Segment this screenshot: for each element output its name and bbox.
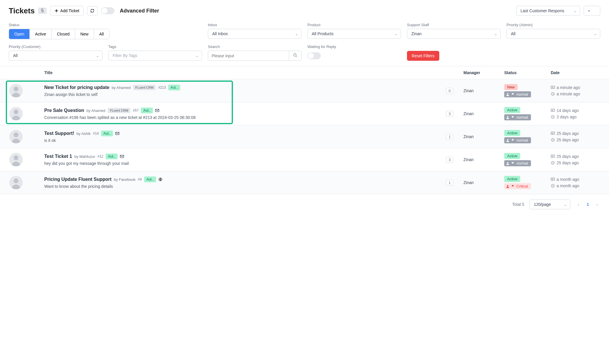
ticket-hash: #4 [138, 177, 142, 181]
ticket-author: by Mahfuzur [74, 154, 95, 159]
svg-point-7 [14, 110, 18, 114]
aut-tag: Aut.. [141, 108, 153, 113]
manager-cell: Zinan [463, 88, 504, 93]
staff-filter-label: Support Staff [407, 23, 501, 27]
avatar [9, 130, 23, 143]
table-row[interactable]: New Ticket for pricing updateby AhamedFL… [0, 79, 609, 102]
reply-count: 3 [446, 157, 453, 163]
tags-select-placeholder: Filter By Tags [113, 53, 137, 58]
priority-badge: normal [504, 137, 531, 143]
status-filter-label: Status [9, 23, 202, 27]
avatar [9, 153, 23, 166]
ticket-preview: is it ok [44, 138, 446, 143]
pager-next-button[interactable]: › [594, 201, 600, 208]
chevron-down-icon: ⌄ [394, 31, 398, 36]
status-open-button[interactable]: Open [9, 29, 30, 39]
priority-customer-select-value: All [13, 53, 18, 58]
advanced-filter-toggle[interactable] [101, 7, 114, 14]
search-button[interactable] [289, 51, 302, 61]
reset-filters-button[interactable]: Reset Filters [407, 51, 439, 61]
last-reply-date: a month ago [557, 177, 579, 182]
svg-point-9 [507, 116, 509, 117]
priority-badge: normal [504, 91, 531, 97]
ticket-preview: Want to know about the pricing details [44, 184, 446, 189]
user-icon [506, 162, 509, 165]
product-filter-label: Product [307, 23, 401, 27]
search-filter-label: Search [208, 44, 302, 49]
page-size-value: 120/page [534, 202, 551, 207]
tags-select[interactable]: Filter By Tags ⌄ [108, 51, 202, 60]
table-row[interactable]: Pre Sale Questionby AhamedFLuent CRM#57A… [0, 102, 609, 125]
page-size-select[interactable]: 120/page ⌄ [530, 199, 570, 209]
status-new-button[interactable]: New [75, 29, 94, 39]
user-icon [506, 116, 509, 119]
priority-admin-select[interactable]: All ⌄ [507, 29, 600, 39]
add-ticket-button[interactable]: Add Ticket [50, 6, 84, 16]
aut-tag: Aut.. [168, 85, 180, 90]
svg-point-13 [14, 133, 18, 137]
svg-rect-20 [120, 155, 124, 158]
svg-point-27 [507, 185, 509, 186]
ticket-hash: #14 [93, 131, 99, 135]
manager-cell: Zinan [463, 180, 504, 185]
waiting-toggle[interactable] [307, 52, 321, 59]
inbox-select[interactable]: All Inbox ⌄ [208, 29, 302, 39]
search-input[interactable] [208, 51, 289, 61]
globe-icon [158, 177, 162, 181]
user-icon [506, 93, 509, 96]
mail-icon [155, 108, 159, 113]
product-select[interactable]: All Products ⌄ [307, 29, 401, 39]
ticket-title[interactable]: Pre Sale Question [44, 108, 84, 113]
chevron-down-icon: ⌄ [96, 53, 99, 58]
crm-tag: FLuent CRM [108, 108, 130, 113]
svg-rect-8 [155, 109, 159, 112]
ticket-title[interactable]: Test Ticket 1 [44, 154, 72, 159]
clock-icon [551, 138, 555, 142]
ticket-title[interactable]: Pricing Update Fluent Support [44, 177, 111, 182]
ticket-title[interactable]: Test Support! [44, 131, 74, 136]
svg-point-15 [507, 139, 509, 140]
status-all-button[interactable]: All [94, 29, 109, 39]
updated-date: 25 days ago [557, 138, 579, 142]
svg-point-21 [507, 162, 509, 163]
chevron-down-icon: ⌄ [594, 31, 597, 36]
svg-point-19 [14, 156, 18, 160]
svg-point-0 [294, 54, 296, 56]
status-closed-button[interactable]: Closed [52, 29, 75, 39]
svg-rect-22 [551, 155, 555, 158]
manager-cell: Zinan [463, 134, 504, 139]
flag-icon [511, 93, 515, 96]
plus-icon [54, 9, 59, 13]
priority-customer-select[interactable]: All ⌄ [9, 51, 102, 60]
sort-select[interactable]: Last Customer Respons ⌄ [516, 6, 580, 16]
staff-select[interactable]: Zinan ⌄ [407, 29, 501, 39]
table-header: Title Manager Status Date [0, 66, 609, 79]
status-badge: Active [504, 130, 520, 136]
message-icon [551, 154, 555, 158]
advanced-filter-label: Advanced Filter [120, 8, 159, 14]
ticket-hash: #213 [158, 85, 166, 90]
pager-total: Total 5 [512, 202, 524, 207]
more-actions-select[interactable]: ▾ [584, 6, 600, 16]
last-reply-date: 14 days ago [557, 108, 579, 113]
table-row[interactable]: Pricing Update Fluent Supportby Facebook… [0, 171, 609, 194]
search-icon [293, 53, 297, 57]
status-button-group: Open Active Closed New All [9, 29, 109, 39]
message-icon [551, 108, 555, 113]
flag-icon [511, 139, 515, 142]
ticket-title[interactable]: New Ticket for pricing update [44, 85, 109, 90]
clock-icon [551, 115, 555, 119]
flag-icon [511, 162, 515, 165]
refresh-button[interactable] [87, 6, 98, 15]
avatar [9, 84, 23, 97]
user-icon [506, 185, 509, 188]
reply-count: 1 [446, 180, 453, 186]
flag-icon [511, 185, 515, 188]
table-row[interactable]: Test Support!by Ashik#14Aut..is it ok1Zi… [0, 125, 609, 148]
pager-prev-button[interactable]: ‹ [576, 201, 582, 208]
status-active-button[interactable]: Active [30, 29, 52, 39]
table-row[interactable]: Test Ticket 1by Mahfuzur#12Aut..hey did … [0, 148, 609, 171]
priority-badge: normal [504, 114, 531, 120]
pager-current-page[interactable]: 1 [587, 202, 589, 207]
mail-icon [120, 154, 124, 158]
